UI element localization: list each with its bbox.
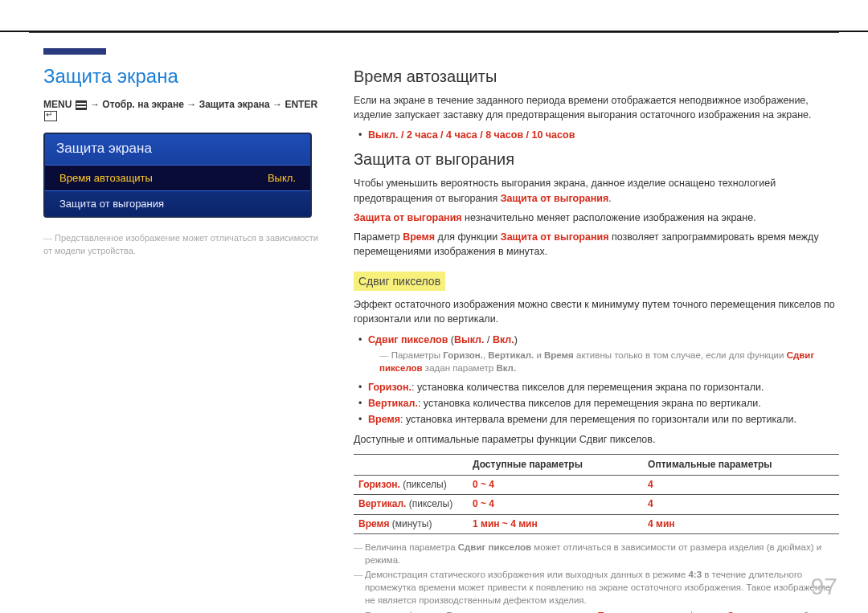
pixel-shift-option: Сдвиг пикселов (Выкл. / Вкл.) Параметры …: [368, 332, 839, 379]
pixel-shift-params-table: Доступные параметры Оптимальные параметр…: [354, 454, 839, 535]
heading-burn-protection: Защита от выгорания: [354, 148, 839, 171]
burn-protection-p3: Параметр Время для функции Защита от выг…: [354, 230, 839, 259]
heading-auto-protection-time: Время автозащиты: [354, 65, 839, 88]
page-title: Защита экрана: [43, 65, 330, 88]
table-row: Горизон. (пикселы) 0 ~ 4 4: [354, 475, 839, 494]
image-disclaimer: Представленное изображение может отличат…: [43, 232, 330, 257]
pixel-shift-desc: Эффект остаточного изображения можно све…: [354, 297, 839, 326]
osd-panel: Защита экрана Время автозащиты Выкл. Защ…: [43, 133, 312, 218]
burn-protection-p1: Чтобы уменьшить вероятность выгорания эк…: [354, 176, 839, 205]
page-number: 97: [811, 573, 837, 600]
osd-header: Защита экрана: [45, 134, 310, 165]
auto-protection-options: Выкл. / 2 часа / 4 часа / 8 часов / 10 ч…: [368, 129, 575, 141]
pixel-shift-subnote: Параметры Горизон., Вертикал. и Время ак…: [379, 349, 839, 375]
auto-protection-desc: Если на экране в течение заданного перио…: [354, 93, 839, 122]
menu-breadcrumb: MENU → Отобр. на экране → Защита экрана …: [43, 99, 330, 121]
heading-pixel-shift: Сдвиг пикселов: [354, 272, 445, 291]
bullet-time: Время: установка интервала времени для п…: [368, 411, 839, 427]
menu-icon: [76, 100, 87, 110]
table-caption: Доступные и оптимальные параметры функци…: [354, 432, 839, 447]
bullet-horizon: Горизон.: установка количества пикселов …: [368, 379, 839, 395]
table-row: Время (минуты) 1 мин ~ 4 мин 4 мин: [354, 514, 839, 533]
osd-row-burn-protect[interactable]: Защита от выгорания: [45, 191, 310, 216]
enter-icon: [44, 111, 57, 121]
table-row: Вертикал. (пикселы) 0 ~ 4 4: [354, 495, 839, 514]
col-available: Доступные параметры: [468, 454, 643, 475]
footnotes: Величина параметра Сдвиг пикселов может …: [354, 541, 839, 613]
col-optimal: Оптимальные параметры: [643, 454, 839, 475]
osd-row-auto-time[interactable]: Время автозащиты Выкл.: [45, 165, 310, 191]
burn-protection-p2: Защита от выгорания незначительно меняет…: [354, 210, 839, 225]
bullet-vertical: Вертикал.: установка количества пикселов…: [368, 395, 839, 411]
